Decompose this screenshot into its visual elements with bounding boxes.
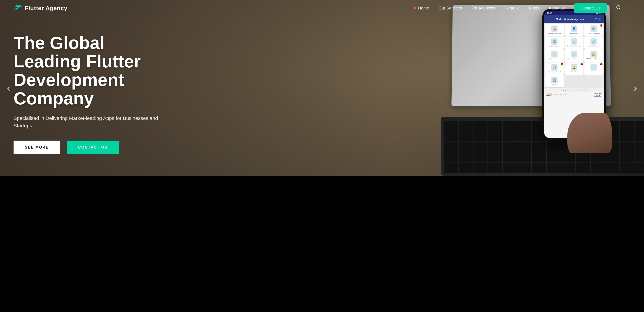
hero-content: The Global Leading Flutter Development C… <box>14 34 172 154</box>
svg-point-1 <box>628 6 628 6</box>
app-tile-height[interactable]: 📏 Height Converter <box>545 49 564 62</box>
nav-item-contact[interactable]: Contact Us <box>574 6 607 10</box>
app-tile-log[interactable]: 🔒 📋 Medication Log - Reminder <box>545 62 564 75</box>
hero-subtitle: Specialised in Delivering Market-leading… <box>14 114 172 129</box>
app-tile-reminder[interactable]: 🔔 Reminder <box>564 62 584 75</box>
phone-app-title: Medication Management <box>547 18 594 20</box>
nav-item-portfolio[interactable]: Portfolio <box>505 6 520 10</box>
nav-item-blogs[interactable]: Blogs <box>529 6 539 10</box>
svg-point-3 <box>628 8 628 9</box>
nav-item-about[interactable]: About us <box>549 6 565 10</box>
nav-item-services[interactable]: Our Services <box>438 6 462 10</box>
search-button[interactable] <box>616 5 621 11</box>
slider-prev-button[interactable]: ‹ <box>4 79 13 97</box>
slider-next-button[interactable]: › <box>631 79 640 97</box>
phone-device: 17:16 📶 🔋 Medication Management 🎤 👤 💊 Me… <box>542 9 615 140</box>
search-icon <box>616 5 621 10</box>
app-tile-hipaa[interactable]: 🔐 HiPAA Secure Messenger <box>584 49 603 62</box>
hand-holding-phone <box>567 113 612 153</box>
app-tile-weight[interactable]: ⚖️ Weight Converter <box>545 36 564 49</box>
hero-title: The Global Leading Flutter Development C… <box>14 34 172 108</box>
app-tile-dosage[interactable]: 💉 Dosage Converter <box>564 49 584 62</box>
logo-text: Flutter Agency <box>25 5 67 12</box>
see-more-button[interactable]: SEE MORE <box>14 141 60 154</box>
nav-menu: Home Our Services For Agencies Portfolio… <box>414 6 607 10</box>
svg-point-2 <box>628 7 628 8</box>
nav-item-agencies[interactable]: For Agencies <box>472 6 495 10</box>
logo-bird-icon <box>14 4 23 12</box>
nav-icons-group <box>616 5 630 11</box>
nav-active-indicator <box>414 7 416 9</box>
nav-item-home[interactable]: Home <box>414 6 429 10</box>
svg-point-0 <box>617 6 620 9</box>
navbar: Flutter Agency Home Our Services For Age… <box>0 0 644 16</box>
app-tile-pill[interactable]: 👤 Pill Identifier <box>564 24 584 36</box>
hero-section: // Generate keyboard keys for(let i=0;i<… <box>0 0 644 176</box>
logo[interactable]: Flutter Agency <box>14 4 67 12</box>
hero-buttons: SEE MORE CONTACT US <box>14 141 172 154</box>
app-tile-about[interactable]: ℹ️ About Us <box>545 75 564 87</box>
app-tile-volume[interactable]: 🧪 Volume Converter <box>584 36 603 49</box>
app-tile-empty <box>584 62 603 75</box>
app-tile-temp[interactable]: 🌡️ Temperature Converter <box>564 36 584 49</box>
app-tile-med-dict[interactable]: 💊 Medication Dictionary <box>545 24 564 36</box>
contact-us-button[interactable]: CONTACT US <box>67 141 119 154</box>
menu-dots-button[interactable] <box>626 5 630 11</box>
app-grid: 💊 Medication Dictionary 👤 Pill Identifie… <box>544 23 604 88</box>
app-tile-ysite[interactable]: 🔒 🏥 Y-Site IV Compatibility <box>584 24 603 36</box>
dots-menu-icon <box>626 5 630 10</box>
